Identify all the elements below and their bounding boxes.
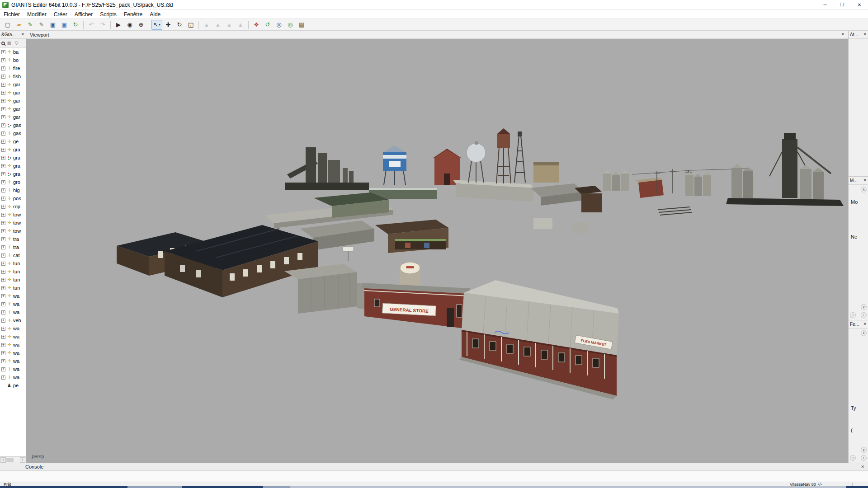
visibility-button[interactable]: ◉ [124,20,135,30]
expand-icon[interactable]: + [1,221,5,225]
expand-icon[interactable]: + [1,131,5,136]
render-mode-button[interactable]: ◎ [285,20,296,30]
scroll-down-button[interactable]: ∨ [861,304,867,310]
tree-item-tun[interactable]: +✛tun [0,267,26,276]
tree-item-bo[interactable]: +✛bo [0,56,26,64]
tree-item-hig[interactable]: +✛hig [0,186,26,194]
tree-item-tow[interactable]: +✛tow [0,219,26,227]
new-button[interactable]: ▢ [2,20,13,30]
expand-icon[interactable]: + [1,335,5,339]
scenegraph-close-button[interactable]: ✕ [21,33,24,37]
terrain-close-button[interactable]: ✕ [863,322,867,326]
menu-item-aide[interactable]: Aide [146,11,164,18]
translate-tool-button[interactable]: ✚ [163,20,174,30]
filter-button[interactable]: ▥ [6,40,12,47]
expand-icon[interactable]: + [1,197,5,201]
tree-item-gra[interactable]: +✛gra [0,145,26,154]
filter-2-button[interactable]: ▽ [14,40,19,47]
expand-icon[interactable]: + [1,164,5,168]
select-tool-button[interactable]: ↖▾ [151,20,162,30]
expand-icon[interactable]: + [1,123,5,127]
tree-item-ba[interactable]: +✛ba [0,48,26,56]
material-close-button[interactable]: ✕ [863,178,867,183]
menu-item-fichier[interactable]: Fichier [0,11,24,18]
expand-icon[interactable]: + [1,229,5,233]
tree-item-wa[interactable]: +✛wa [0,333,26,341]
tree-item-rop[interactable]: +✛rop [0,202,26,211]
tree-item-gra[interactable]: +✛gra [0,162,26,170]
reload-button[interactable]: ↻ [70,20,81,30]
zoom-button[interactable]: ⊕ [136,20,146,30]
expand-icon[interactable]: + [1,278,5,282]
console-output[interactable] [0,471,868,482]
tree-item-wa[interactable]: +✛wa [0,308,26,316]
tree-item-ge[interactable]: +✛ge [0,137,26,145]
tree-item-wa[interactable]: +✛wa [0,324,26,333]
tree-item-wa[interactable]: +✛wa [0,292,26,300]
scroll-left-button[interactable]: ‹ [0,457,6,463]
menu-item-scripts[interactable]: Scripts [96,11,120,18]
menu-item-fentre[interactable]: Fenêtre [120,11,146,18]
scenegraph-hscrollbar[interactable]: ‹ › [0,456,26,463]
tree-item-fish[interactable]: +✛fish [0,72,26,80]
save-all-button[interactable]: ▣ [59,20,70,30]
tree-item-wa[interactable]: +✛wa [0,349,26,357]
scroll-left-button[interactable]: ‹ [850,312,856,318]
viewport-close-button[interactable]: ✕ [841,33,844,37]
expand-icon[interactable]: + [1,188,5,192]
scroll-right-button[interactable]: › [20,457,25,463]
tree-item-wa[interactable]: +✛wa [0,300,26,308]
expand-icon[interactable]: + [1,327,5,331]
tree-item-tow[interactable]: +✛tow [0,227,26,235]
tree-item-tra[interactable]: +✛tra [0,243,26,251]
tree-item-gar[interactable]: +✛gar [0,80,26,89]
tree-item-gas[interactable]: +✛gas [0,129,26,137]
tree-item-gra[interactable]: +gra [0,170,26,178]
tree-item-gar[interactable]: +✛gar [0,89,26,97]
expand-icon[interactable]: + [1,319,5,323]
scroll-left-button[interactable]: ‹ [850,455,856,461]
tree-item-pe[interactable]: ♟pe [0,381,26,389]
menu-item-afficher[interactable]: Afficher [71,11,96,18]
tree-item-fire[interactable]: +✛fire [0,64,26,72]
expand-icon[interactable]: + [1,245,5,249]
scroll-right-button[interactable]: › [861,455,867,461]
tree-item-gar[interactable]: +✛gar [0,97,26,105]
expand-icon[interactable]: + [1,180,5,184]
viewport-canvas[interactable]: GENERAL STORE [26,39,848,463]
reload-shaders-button[interactable]: ↺ [262,20,273,30]
tree-item-wa[interactable]: +✛wa [0,357,26,365]
tree-item-tow[interactable]: +✛tow [0,211,26,219]
expand-icon[interactable]: + [1,213,5,217]
clipboard-button[interactable]: ▤ [296,20,307,30]
expand-icon[interactable]: + [1,66,5,70]
expand-icon[interactable]: + [1,294,5,298]
expand-icon[interactable]: + [1,91,5,95]
scale-tool-button[interactable]: ◱ [185,20,196,30]
expand-icon[interactable]: + [1,253,5,258]
tree-item-tun[interactable]: +✛tun [0,276,26,284]
tree-item-wa[interactable]: +✛wa [0,365,26,373]
expand-icon[interactable]: + [1,50,5,54]
expand-icon[interactable]: + [1,270,5,274]
import-button[interactable]: ✎ [36,20,47,30]
tree-item-veh[interactable]: +✛veh [0,316,26,324]
tree-item-gar[interactable]: +✛gar [0,105,26,113]
expand-icon[interactable]: + [1,302,5,306]
expand-icon[interactable]: + [1,359,5,363]
menu-item-crer[interactable]: Créer [50,11,71,18]
expand-icon[interactable]: + [1,262,5,266]
expand-icon[interactable]: + [1,83,5,87]
expand-icon[interactable]: + [1,172,5,176]
expand-icon[interactable]: + [1,58,5,62]
expand-icon[interactable]: + [1,205,5,209]
rotate-tool-button[interactable]: ↻ [174,20,185,30]
tree-item-tun[interactable]: +✛tun [0,284,26,292]
axis-cube-button[interactable]: ❖ [251,20,262,30]
tree-item-tun[interactable]: +✛tun [0,259,26,267]
console-close-button[interactable]: ✕ [861,465,864,469]
expand-icon[interactable]: + [1,115,5,119]
expand-icon[interactable]: + [1,351,5,355]
expand-icon[interactable]: + [1,286,5,290]
expand-icon[interactable]: + [1,107,5,111]
